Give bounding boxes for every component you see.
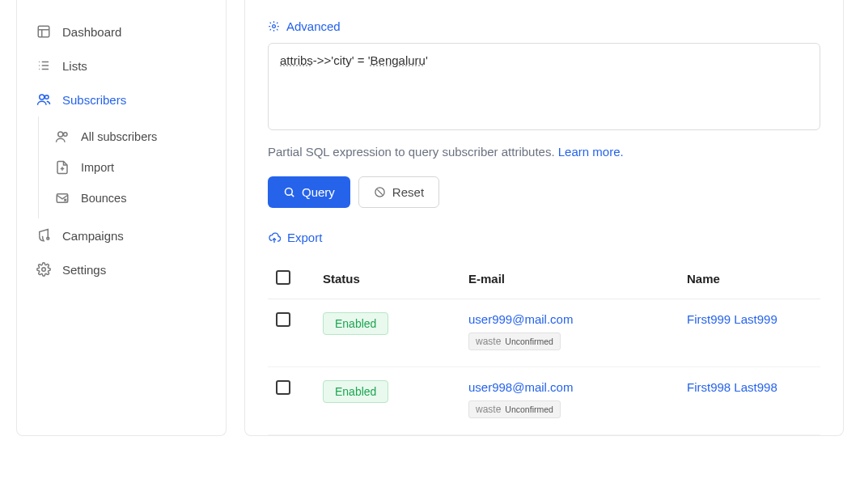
subscribers-submenu: All subscribers Import Bounces (38, 116, 226, 218)
advanced-toggle[interactable]: Advanced (268, 19, 341, 33)
select-all-checkbox[interactable] (276, 270, 290, 285)
col-header-status[interactable]: Status (315, 259, 460, 299)
col-header-email[interactable]: E-mail (460, 259, 679, 299)
nav-label: Bounces (81, 192, 126, 205)
main-panel: Advanced attribs->>'city' = 'Bengaluru' … (244, 0, 844, 436)
button-label: Query (302, 185, 335, 199)
nav-bounces[interactable]: Bounces (39, 183, 226, 214)
nav-settings[interactable]: Settings (17, 252, 226, 286)
button-label: Reset (392, 185, 424, 199)
status-badge: Enabled (323, 380, 388, 403)
reset-button[interactable]: Reset (358, 176, 439, 208)
subscribers-icon (36, 92, 51, 107)
nav-label: All subscribers (81, 130, 157, 143)
subscriber-name-link[interactable]: First998 Last998 (687, 380, 777, 394)
nav-subscribers[interactable]: Subscribers (17, 83, 226, 116)
export-label: Export (287, 231, 322, 244)
svg-point-20 (273, 25, 276, 28)
nav-lists[interactable]: Lists (17, 49, 226, 83)
query-button[interactable]: Query (268, 176, 350, 208)
subscribers-table: Status E-mail Name Enabled user999@mail.… (268, 259, 820, 435)
svg-point-21 (286, 188, 293, 196)
nav-label: Import (81, 161, 114, 174)
cancel-icon (374, 186, 386, 198)
query-help-text: Partial SQL expression to query subscrib… (268, 145, 820, 159)
bounces-icon (55, 191, 70, 205)
nav-campaigns[interactable]: Campaigns (17, 218, 226, 252)
svg-line-22 (291, 194, 294, 197)
list-badge: wasteUnconfirmed (468, 400, 561, 418)
dashboard-icon (36, 24, 51, 39)
users-icon (55, 129, 70, 144)
row-checkbox[interactable] (276, 380, 290, 395)
campaigns-icon (36, 228, 51, 243)
nav-label: Dashboard (62, 25, 121, 39)
col-header-name[interactable]: Name (679, 259, 820, 299)
nav-label: Campaigns (62, 229, 124, 243)
subscriber-email-link[interactable]: user999@mail.com (468, 312, 573, 326)
settings-icon (36, 262, 51, 277)
nav-label: Subscribers (62, 93, 126, 107)
import-icon (55, 160, 70, 175)
learn-more-link[interactable]: Learn more. (558, 145, 624, 159)
list-badge: wasteUnconfirmed (468, 332, 561, 350)
subscriber-name-link[interactable]: First999 Last999 (687, 312, 777, 326)
svg-line-24 (377, 189, 382, 194)
svg-point-9 (40, 95, 44, 100)
gear-icon (268, 20, 280, 32)
svg-point-12 (64, 133, 68, 137)
svg-point-19 (42, 268, 46, 272)
table-row: Enabled user999@mail.com wasteUnconfirme… (268, 299, 820, 367)
svg-point-10 (45, 95, 49, 100)
svg-point-11 (58, 132, 63, 137)
subscriber-email-link[interactable]: user998@mail.com (468, 380, 573, 394)
nav-label: Settings (62, 263, 106, 277)
row-checkbox[interactable] (276, 312, 290, 327)
nav-all-subscribers[interactable]: All subscribers (39, 121, 226, 152)
sql-query-input[interactable]: attribs->>'city' = 'Bengaluru' (268, 43, 820, 130)
lists-icon (36, 58, 51, 73)
nav-dashboard[interactable]: Dashboard (17, 15, 226, 49)
export-link[interactable]: Export (268, 231, 322, 244)
search-icon (283, 186, 295, 198)
table-row: Enabled user998@mail.com wasteUnconfirme… (268, 367, 820, 435)
sidebar: Dashboard Lists Subscribers All subscrib… (16, 0, 227, 436)
svg-rect-0 (38, 26, 49, 37)
nav-import[interactable]: Import (39, 152, 226, 183)
nav-label: Lists (62, 59, 87, 73)
advanced-label: Advanced (286, 19, 341, 33)
status-badge: Enabled (323, 312, 388, 335)
export-icon (268, 231, 281, 244)
